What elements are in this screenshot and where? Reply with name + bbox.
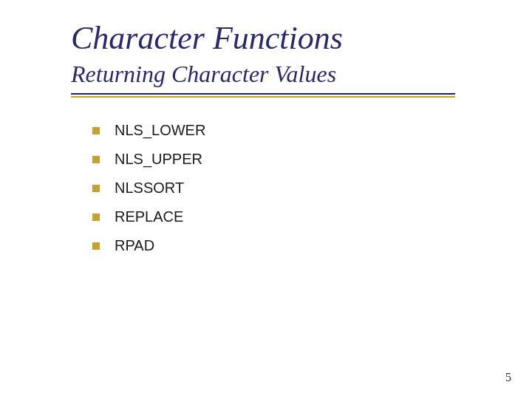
list-item: NLS_UPPER xyxy=(92,151,488,168)
list-item: NLSSORT xyxy=(92,180,488,197)
page-number: 5 xyxy=(505,371,511,384)
slide-subtitle: Returning Character Values xyxy=(71,61,336,88)
title-underline xyxy=(71,93,455,95)
list-item: NLS_LOWER xyxy=(92,122,488,139)
slide-title: Character Functions xyxy=(71,19,343,57)
bullet-icon xyxy=(92,185,100,192)
bullet-icon xyxy=(92,156,100,163)
bullet-icon xyxy=(92,214,100,221)
list-item: RPAD xyxy=(92,237,488,254)
bullet-icon xyxy=(92,242,100,250)
bullet-list: NLS_LOWER NLS_UPPER NLSSORT REPLACE RPAD xyxy=(92,122,488,266)
list-item-label: RPAD xyxy=(115,237,154,254)
list-item-label: REPLACE xyxy=(115,208,183,225)
slide: Character Functions Returning Character … xyxy=(0,0,532,399)
list-item-label: NLS_UPPER xyxy=(115,151,202,168)
bullet-icon xyxy=(92,127,100,134)
list-item-label: NLS_LOWER xyxy=(115,122,205,139)
list-item-label: NLSSORT xyxy=(115,180,184,197)
list-item: REPLACE xyxy=(92,208,488,225)
